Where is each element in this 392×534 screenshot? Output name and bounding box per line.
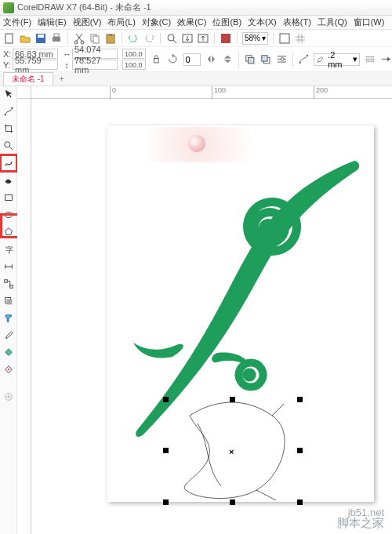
tab-document[interactable]: 未命名 -1 — [3, 72, 53, 85]
position-group: X: 66.83 mm Y: 55.759 mm — [3, 49, 58, 70]
svg-point-21 — [281, 58, 284, 61]
text-tool[interactable]: 字 — [2, 243, 15, 256]
transparency-tool[interactable] — [2, 312, 15, 325]
line-end-button[interactable] — [380, 53, 392, 66]
height-icon: ↕ — [63, 60, 71, 70]
outline-width-value: .2 mm — [328, 50, 349, 69]
pick-tool[interactable] — [2, 88, 15, 100]
outline-width[interactable]: .2 mm ▾ — [314, 53, 359, 66]
paste-button[interactable] — [104, 32, 117, 45]
scale-x-input[interactable]: 100.0 — [122, 49, 146, 59]
size-group: ↔ 54.074 mm ↕ 78.527 mm — [63, 49, 118, 70]
zoom-tool[interactable] — [2, 140, 15, 152]
ruler-origin[interactable] — [17, 86, 31, 99]
cut-button[interactable] — [73, 32, 85, 45]
selection-handle-tc[interactable] — [230, 397, 235, 402]
svg-text:字: 字 — [5, 245, 13, 254]
app-logo-icon — [3, 2, 14, 13]
to-back-button[interactable] — [260, 53, 271, 66]
shape-tool[interactable] — [2, 105, 15, 118]
mirror-h-button[interactable] — [205, 53, 217, 66]
standard-toolbar: 58% ▾ — [0, 30, 392, 47]
decorative-pearl — [188, 135, 205, 152]
y-position-input[interactable]: 55.759 mm — [13, 60, 58, 70]
rectangle-tool[interactable] — [2, 191, 15, 204]
selection-handle-ml[interactable] — [163, 448, 169, 453]
ruler-horizontal[interactable]: 0 100 200 — [31, 86, 392, 99]
parallel-dim-tool[interactable] — [2, 260, 15, 273]
svg-rect-4 — [54, 34, 59, 37]
svg-rect-20 — [262, 56, 267, 61]
selection-handle-mr[interactable] — [297, 448, 303, 453]
selection-handle-tl[interactable] — [163, 397, 169, 402]
export-button[interactable] — [197, 32, 209, 45]
selection-handle-br[interactable] — [297, 499, 303, 505]
quick-customize-button[interactable] — [2, 391, 15, 403]
menu-window[interactable]: 窗口(W) — [354, 16, 385, 28]
save-button[interactable] — [34, 32, 47, 45]
menu-table[interactable]: 表格(T) — [283, 16, 311, 28]
y-label: Y: — [3, 60, 11, 70]
crop-tool[interactable] — [2, 122, 15, 135]
svg-rect-16 — [154, 59, 159, 64]
menu-layout[interactable]: 布局(L) — [107, 16, 135, 28]
polygon-tool[interactable] — [2, 226, 15, 238]
fullscreen-button[interactable] — [278, 32, 291, 45]
lock-ratio-button[interactable] — [151, 53, 162, 66]
scale-y-input[interactable]: 100.0 — [122, 60, 146, 70]
zoom-value: 58% — [245, 34, 260, 42]
open-button[interactable] — [19, 32, 31, 45]
smart-fill-tool[interactable] — [2, 364, 15, 376]
width-icon: ↔ — [63, 49, 71, 59]
artistic-media-tool[interactable] — [2, 174, 15, 187]
ruler-tick: 200 — [314, 86, 328, 99]
height-input[interactable]: 78.527 mm — [72, 60, 118, 70]
redo-button[interactable] — [143, 32, 155, 45]
menu-effects[interactable]: 效果(C) — [177, 16, 206, 28]
ruler-vertical[interactable] — [17, 99, 31, 534]
connector-tool[interactable] — [2, 278, 15, 290]
menu-file[interactable]: 文件(F) — [3, 16, 31, 28]
rotation-input[interactable]: 0 — [183, 53, 201, 66]
wrap-button[interactable] — [276, 53, 288, 66]
menu-bitmap[interactable]: 位图(B) — [212, 16, 241, 28]
color-eyedropper-tool[interactable] — [2, 329, 15, 342]
publish-button[interactable] — [220, 32, 232, 45]
svg-rect-18 — [248, 58, 253, 64]
undo-button[interactable] — [127, 32, 140, 45]
svg-rect-8 — [93, 36, 99, 43]
to-front-button[interactable] — [244, 53, 256, 66]
interactive-fill-tool[interactable] — [2, 347, 15, 359]
menu-object[interactable]: 对象(C) — [142, 16, 171, 28]
add-tab-button[interactable]: + — [56, 74, 67, 85]
menu-tools[interactable]: 工具(Q) — [318, 16, 347, 28]
import-button[interactable] — [181, 32, 194, 45]
mirror-v-button[interactable] — [222, 53, 234, 66]
search-button[interactable] — [165, 32, 178, 45]
menu-text[interactable]: 文本(X) — [248, 16, 277, 28]
grid-button[interactable] — [294, 32, 307, 45]
line-style-button[interactable] — [365, 53, 376, 66]
svg-rect-23 — [307, 55, 308, 56]
selection-handle-tr[interactable] — [297, 397, 303, 402]
new-button[interactable] — [3, 32, 16, 45]
copy-button[interactable] — [89, 32, 101, 45]
selection-bounds[interactable]: × — [166, 400, 299, 502]
document-tabs: 未命名 -1 + — [0, 72, 392, 86]
toolbox: 字 — [0, 86, 17, 534]
svg-rect-33 — [6, 299, 12, 304]
selection-handle-bl[interactable] — [163, 499, 169, 505]
freehand-tool[interactable] — [2, 157, 15, 169]
drop-shadow-tool[interactable] — [2, 295, 15, 307]
menu-edit[interactable]: 编辑(E) — [38, 16, 67, 28]
svg-rect-25 — [11, 107, 13, 109]
print-button[interactable] — [50, 32, 63, 45]
selection-handle-bc[interactable] — [230, 499, 235, 505]
zoom-level[interactable]: 58% ▾ — [242, 32, 268, 45]
convert-curves-button[interactable] — [298, 53, 310, 66]
chevron-down-icon: ▾ — [262, 34, 266, 42]
menu-view[interactable]: 视图(V) — [73, 16, 102, 28]
canvas-area[interactable]: 0 100 200 — [17, 86, 392, 534]
svg-point-34 — [7, 369, 9, 371]
ellipse-tool[interactable] — [2, 209, 15, 221]
